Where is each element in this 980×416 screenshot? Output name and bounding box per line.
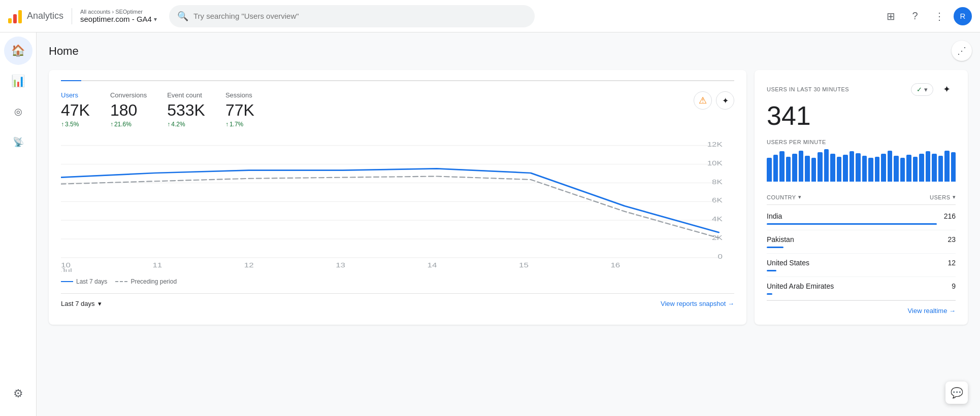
bar [856, 153, 861, 182]
app-title: Analytics [27, 11, 63, 21]
bar [926, 151, 931, 182]
bar [779, 151, 785, 182]
customize-button[interactable]: ⋰ [952, 41, 972, 61]
country-bar [767, 270, 776, 271]
tab-overview[interactable] [61, 80, 81, 81]
chart-area: 12K 10K 8K 6K 4K 2K 0 [61, 140, 734, 272]
bar [824, 149, 829, 182]
metric-users[interactable]: Users 47K ↑3.5% [61, 91, 90, 128]
country-name: India [767, 212, 782, 220]
bar [932, 154, 937, 182]
property-selector[interactable]: seoptimer.com - GA4 ▾ [80, 15, 157, 23]
metric-sessions-change: ↑1.7% [225, 121, 254, 128]
country-row: United States 12 [767, 254, 956, 277]
country-table-header: COUNTRY ▾ USERS ▾ [767, 190, 956, 205]
warning-icon-btn[interactable]: ⚠ [694, 91, 712, 110]
metric-event-label: Event count [167, 91, 205, 99]
search-bar[interactable]: 🔍 [169, 5, 535, 27]
country-users: 12 [948, 259, 956, 267]
sidebar-item-advertising[interactable]: 📡 [4, 128, 32, 156]
sidebar-item-home[interactable]: 🏠 [4, 37, 32, 65]
metric-conversions-value: 180 [110, 101, 147, 120]
svg-text:14: 14 [428, 262, 437, 269]
bar [767, 158, 772, 182]
legend-solid-line [61, 281, 73, 282]
view-reports-link[interactable]: View reports snapshot → [661, 300, 734, 307]
arrow-up-icon-3: ↑ [167, 121, 170, 128]
period-select[interactable]: Last 7 days ▾ [61, 300, 102, 307]
sidebar-item-reports[interactable]: 📊 [4, 67, 32, 95]
period-label: Last 7 days [61, 300, 95, 307]
svg-text:12K: 12K [707, 141, 723, 148]
users-col-header[interactable]: USERS ▾ [930, 194, 956, 200]
svg-text:8K: 8K [712, 179, 723, 185]
country-bar [767, 247, 783, 248]
help-icon: ? [912, 10, 918, 22]
card-tabs [61, 80, 734, 81]
sparkle-icon-btn[interactable]: ✦ [716, 91, 734, 110]
bar [881, 154, 886, 182]
bar [906, 155, 911, 182]
apps-button[interactable]: ⊞ [880, 6, 901, 26]
explore-icon: ◎ [14, 106, 22, 117]
view-realtime-link[interactable]: View realtime → [908, 307, 956, 315]
status-dropdown-icon: ▾ [924, 86, 928, 93]
country-name: United Arab Emirates [767, 282, 834, 290]
bar [944, 151, 950, 182]
realtime-actions: ✓ ▾ ✦ [911, 80, 956, 98]
avatar[interactable]: R [954, 7, 972, 25]
metric-sessions[interactable]: Sessions 77K ↑1.7% [225, 91, 254, 128]
metric-conversions-label: Conversions [110, 91, 147, 99]
metric-sessions-value: 77K [225, 101, 254, 120]
sparkle-btn-realtime[interactable]: ✦ [937, 80, 956, 98]
country-users: 23 [948, 235, 956, 244]
metric-conversions[interactable]: Conversions 180 ↑21.6% [110, 91, 147, 128]
country-bar [767, 223, 937, 225]
legend-dashed: Preceding period [115, 278, 177, 285]
customize-icon: ⋰ [957, 45, 966, 56]
country-row: Pakistan 23 [767, 230, 956, 254]
country-bar [767, 293, 772, 295]
bar [805, 156, 810, 182]
country-row: India 216 [767, 207, 956, 230]
search-input[interactable] [193, 12, 527, 20]
metric-sessions-label: Sessions [225, 91, 254, 99]
realtime-footer: View realtime → [767, 300, 956, 315]
bar [875, 157, 880, 182]
more-button[interactable]: ⋮ [929, 6, 950, 26]
metric-event-change: ↑4.2% [167, 121, 205, 128]
check-icon: ✓ [917, 86, 922, 93]
legend-solid-label: Last 7 days [76, 278, 107, 285]
metric-event-count[interactable]: Event count 533K ↑4.2% [167, 91, 205, 128]
country-col-header[interactable]: COUNTRY ▾ [767, 194, 801, 200]
chat-bubble[interactable]: 💬 [945, 382, 968, 404]
arrow-up-icon: ↑ [61, 121, 64, 128]
metric-users-label: Users [61, 91, 90, 99]
metric-icons: ⚠ ✦ [694, 91, 734, 110]
bar [830, 154, 835, 182]
chart-card-footer: Last 7 days ▾ View reports snapshot → [61, 293, 734, 307]
legend-dashed-line [115, 281, 127, 282]
period-dropdown-icon: ▾ [98, 300, 102, 307]
logo-bar-3 [18, 10, 22, 23]
users-per-min-label: USERS PER MINUTE [767, 139, 956, 145]
apps-icon: ⊞ [887, 10, 895, 22]
bar [786, 157, 791, 182]
sidebar-item-settings[interactable]: ⚙ [4, 379, 32, 408]
cards-row: Users 47K ↑3.5% Conversions 180 ↑21.6% E… [49, 70, 968, 325]
svg-text:16: 16 [610, 262, 620, 269]
bar [913, 157, 918, 182]
metric-conversions-change: ↑21.6% [110, 121, 147, 128]
reports-icon: 📊 [11, 75, 25, 88]
arrow-up-icon-2: ↑ [110, 121, 113, 128]
realtime-label: USERS IN LAST 30 MINUTES [767, 86, 849, 92]
help-button[interactable]: ? [905, 6, 925, 26]
bar [900, 158, 905, 182]
line-chart: 12K 10K 8K 6K 4K 2K 0 [61, 140, 734, 272]
settings-icon: ⚙ [13, 387, 23, 400]
sidebar-item-explore[interactable]: ◎ [4, 97, 32, 126]
bar [818, 152, 823, 182]
status-button[interactable]: ✓ ▾ [911, 83, 933, 96]
analytics-logo [8, 9, 22, 23]
arrow-up-icon-4: ↑ [225, 121, 228, 128]
